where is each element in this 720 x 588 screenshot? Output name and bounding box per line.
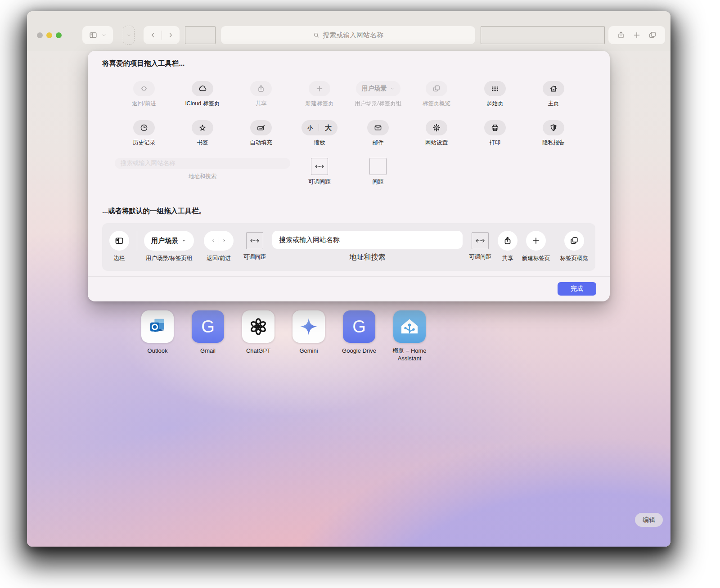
item-icloud-tabs[interactable]: iCloud 标签页 [173,81,232,112]
done-button[interactable]: 完成 [558,282,596,296]
item-label: 地址和搜索 [350,253,386,262]
profiles-pill-label: 用户场景 [151,237,178,245]
edit-start-page-button[interactable]: 编辑 [635,513,663,527]
default-new-tab[interactable]: 新建标签页 [522,231,550,262]
item-new-tab[interactable]: 新建标签页 [290,81,349,112]
back-forward-buttons[interactable] [144,26,180,44]
item-label: 邮件 [373,139,384,147]
forward-icon [166,31,175,39]
sidebar-icon [109,231,129,251]
default-profiles[interactable]: 用户场景 用户场景/标签页组 [144,231,194,262]
profiles-pill: 用户场景 [356,81,400,96]
item-label: 间距 [373,178,384,186]
close-window-button[interactable] [37,32,43,38]
item-label: 用户场景/标签页组 [355,100,401,108]
favorites-row: Outlook G Gmail [132,310,417,363]
share-icon [498,231,518,251]
favorite-label: Outlook [148,347,168,355]
icloud-tabs-icon [192,81,213,96]
default-flexible-space-1[interactable]: 可调间距 [243,231,266,261]
toolbar-items-grid: 返回/前进 iCloud 标签页 共享 [88,81,610,152]
new-tab-icon [309,81,330,96]
new-tab-icon [526,231,546,251]
favorite-gemini[interactable]: Gemini [284,310,334,363]
chevron-down-icon [101,32,107,38]
item-label: 历史记录 [133,139,155,147]
item-label: 共享 [256,100,267,108]
favorite-chatgpt[interactable]: ChatGPT [233,310,284,363]
item-space[interactable]: 间距 [349,158,407,186]
item-print[interactable]: 打印 [466,120,524,152]
favorite-label: Gemini [299,347,318,355]
minimize-window-button[interactable] [46,32,52,38]
item-history[interactable]: 历史记录 [115,120,173,152]
favorite-gmail[interactable]: G Gmail [183,310,233,363]
favorite-outlook[interactable]: Outlook [132,310,183,363]
item-label: 网站设置 [425,139,448,147]
share-icon[interactable] [616,31,626,40]
sidebar-toggle-button[interactable] [82,26,113,44]
tab-overview-icon[interactable] [648,31,657,40]
new-tab-icon[interactable] [632,31,641,40]
chevron-down-icon [181,238,187,243]
tab-overview-icon [426,81,447,96]
item-mail[interactable]: 邮件 [349,120,407,152]
item-label: 边栏 [114,255,125,262]
start-page: Outlook G Gmail [27,51,670,547]
default-flexible-space-2[interactable]: 可调间距 [469,231,491,261]
toolbar-drop-target-2[interactable] [481,26,605,44]
privacy-shield-icon [543,120,564,135]
safari-window: 搜索或输入网站名称 [27,11,670,547]
divider [137,231,137,251]
address-placeholder: 搜索或输入网站名称 [323,31,383,40]
back-icon [149,31,157,39]
item-zoom[interactable]: 小 大 缩放 [290,120,349,152]
item-privacy-report[interactable]: 隐私报告 [524,120,583,152]
item-address-search[interactable]: 搜索或输入网站名称 地址和搜索 [115,158,290,186]
history-clock-icon [133,120,155,135]
item-back-forward[interactable]: 返回/前进 [115,81,173,112]
item-autofill[interactable]: 自动填充 [232,120,290,152]
item-label: 可调间距 [469,253,491,261]
outlook-icon [141,310,174,343]
address-bar[interactable]: 搜索或输入网站名称 [221,26,475,44]
start-page-icon [484,81,506,96]
zoom-window-button[interactable] [56,32,62,38]
printer-icon [484,120,506,135]
default-toolbar-set[interactable]: 边栏 用户场景 用户场景/标签页组 [102,223,595,271]
default-sidebar[interactable]: 边栏 [109,231,129,262]
default-address-search[interactable]: 搜索或输入网站名称 地址和搜索 [272,231,463,262]
google-drive-icon: G [343,310,375,343]
search-icon [313,31,320,39]
item-start-page[interactable]: 起始页 [466,81,524,112]
home-assistant-icon [393,310,426,343]
item-share[interactable]: 共享 [232,81,290,112]
item-label: iCloud 标签页 [185,100,220,108]
browser-toolbar: 搜索或输入网站名称 [27,11,670,51]
back-forward-icon [133,81,155,96]
item-homepage[interactable]: 主页 [524,81,583,112]
profiles-pill-label: 用户场景 [362,85,387,93]
favorite-home-assistant[interactable]: 概览 – Home Assistant [384,310,435,363]
toolbar-drop-slot[interactable] [123,26,135,45]
item-flexible-space[interactable]: 可调间距 [290,158,349,186]
item-bookmarks[interactable]: 书签 [173,120,232,152]
toolbar-drop-target[interactable] [185,26,216,44]
item-tab-overview[interactable]: 标签页概览 [407,81,466,112]
item-label: 用户场景/标签页组 [146,255,192,262]
item-profiles[interactable]: 用户场景 用户场景/标签页组 [349,81,407,112]
favorite-label: Gmail [200,347,216,355]
default-share[interactable]: 共享 [498,231,518,262]
favorite-google-drive[interactable]: G Google Drive [334,310,384,363]
item-label: 新建标签页 [522,255,550,262]
divider [162,31,162,40]
item-website-settings[interactable]: 网站设置 [407,120,466,152]
item-label: 标签页概览 [423,100,451,108]
item-label: 隐私报告 [542,139,565,147]
default-back-forward[interactable]: 返回/前进 [204,231,234,262]
flexible-space-icon [311,158,328,175]
default-tab-overview[interactable]: 标签页概览 [560,231,589,262]
sheet-title: 将喜爱的项目拖入工具栏... [88,51,610,68]
autofill-icon [250,120,272,135]
star-icon [192,120,213,135]
